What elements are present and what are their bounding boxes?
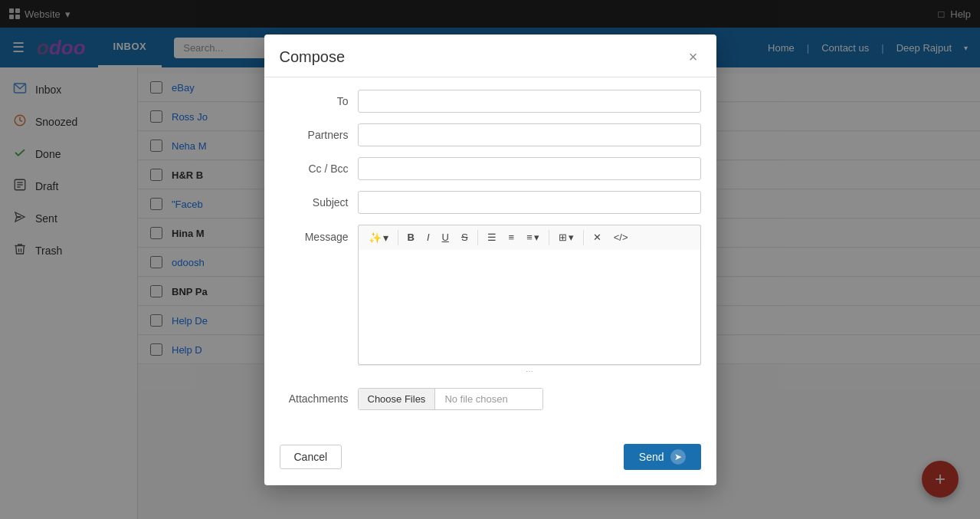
bold-icon: B (408, 232, 415, 243)
partners-row: Partners (280, 123, 701, 146)
magic-icon: ✨ (369, 232, 382, 244)
toolbar-sep-2 (477, 230, 478, 245)
partners-label: Partners (280, 129, 349, 141)
toolbar-sep-4 (583, 230, 584, 245)
choose-files-button[interactable]: Choose Files (359, 389, 436, 409)
clear-icon: ✕ (593, 232, 601, 243)
align-btn[interactable]: ≡ ▾ (521, 228, 545, 246)
message-row: Message ✨ ▾ B I (280, 225, 701, 377)
resize-handle[interactable]: ⋯ (358, 365, 701, 377)
magic-arrow: ▾ (383, 232, 388, 244)
to-row: To (280, 90, 701, 113)
send-button[interactable]: Send ➤ (624, 444, 701, 470)
table-arrow: ▾ (569, 232, 574, 243)
align-arrow: ▾ (534, 232, 539, 243)
subject-label: Subject (280, 196, 349, 209)
dialog-header: Compose × (264, 34, 716, 77)
ul-icon: ☰ (487, 232, 497, 243)
table-icon: ⊞ (559, 232, 567, 243)
strikethrough-btn[interactable]: S (456, 228, 474, 246)
message-textarea[interactable] (358, 250, 701, 365)
dialog-title: Compose (280, 48, 346, 66)
modal-overlay: Compose × To Partners Cc / Bcc Subject (0, 0, 980, 519)
file-input-wrapper: Choose Files No file chosen (358, 388, 544, 410)
align-icon: ≡ (526, 232, 533, 243)
magic-btn[interactable]: ✨ ▾ (363, 228, 394, 247)
underline-icon: U (442, 232, 449, 243)
cc-bcc-row: Cc / Bcc (280, 157, 701, 180)
to-label: To (280, 95, 349, 107)
toolbar-sep-1 (398, 230, 398, 245)
clear-btn[interactable]: ✕ (588, 228, 607, 246)
ordered-list-btn[interactable]: ≡ (503, 228, 520, 246)
dialog-footer: Cancel Send ➤ (264, 438, 716, 485)
underline-btn[interactable]: U (437, 228, 454, 246)
editor-toolbar: ✨ ▾ B I U S (358, 225, 701, 250)
attachments-row: Attachments Choose Files No file chosen (280, 388, 701, 410)
send-label: Send (639, 451, 664, 463)
italic-btn[interactable]: I (421, 228, 435, 246)
toolbar-sep-3 (549, 230, 549, 245)
message-label: Message (280, 225, 349, 243)
strikethrough-icon: S (461, 232, 468, 243)
compose-dialog: Compose × To Partners Cc / Bcc Subject (264, 34, 716, 485)
message-editor: ✨ ▾ B I U S (358, 225, 701, 377)
to-input[interactable] (358, 90, 701, 113)
code-btn[interactable]: </> (608, 228, 634, 246)
ol-icon: ≡ (509, 232, 515, 243)
dialog-body: To Partners Cc / Bcc Subject Message (264, 77, 716, 438)
partners-input[interactable] (358, 123, 701, 146)
cancel-button[interactable]: Cancel (280, 445, 343, 469)
table-btn[interactable]: ⊞ ▾ (553, 228, 579, 246)
send-arrow-icon: ➤ (670, 449, 686, 465)
attachments-label: Attachments (280, 393, 349, 405)
subject-input[interactable] (358, 191, 701, 214)
close-button[interactable]: × (686, 49, 701, 64)
italic-icon: I (427, 232, 430, 243)
cc-bcc-label: Cc / Bcc (280, 163, 349, 175)
no-file-text: No file chosen (435, 389, 542, 409)
code-icon: </> (614, 232, 628, 243)
bold-btn[interactable]: B (402, 228, 420, 246)
unordered-list-btn[interactable]: ☰ (482, 228, 502, 246)
subject-row: Subject (280, 191, 701, 214)
cc-bcc-input[interactable] (358, 157, 701, 180)
